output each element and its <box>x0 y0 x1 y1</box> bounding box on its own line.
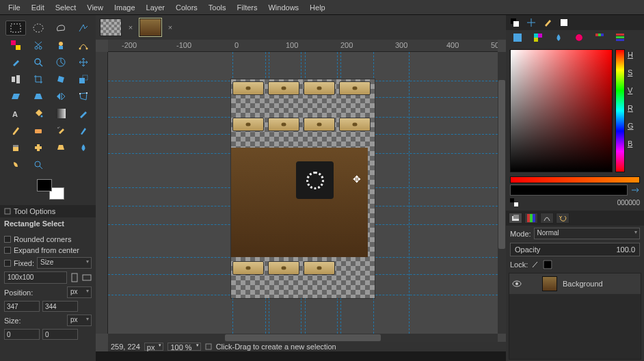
scrollbar-vertical[interactable] <box>498 52 506 334</box>
menu-windows[interactable]: Windows <box>263 1 304 14</box>
menu-layer[interactable]: Layer <box>141 1 171 14</box>
menu-help[interactable]: Help <box>304 1 331 14</box>
tool-rotate[interactable] <box>51 72 71 87</box>
tool-bucket[interactable] <box>28 106 49 121</box>
image-tab-1-close[interactable]: × <box>126 23 135 32</box>
current-color-preview[interactable] <box>510 185 628 196</box>
menu-select[interactable]: Select <box>50 1 82 14</box>
tab-paths-icon[interactable] <box>540 213 554 224</box>
size-unit-select[interactable]: px <box>67 315 92 326</box>
colormode-water-icon[interactable] <box>552 32 565 43</box>
tab-move-icon[interactable] <box>525 17 537 28</box>
channel-h[interactable]: H <box>628 51 634 59</box>
tool-clone[interactable] <box>5 140 26 155</box>
tool-blend[interactable] <box>51 106 71 121</box>
tool-move[interactable] <box>73 55 94 70</box>
tool-measure[interactable] <box>51 55 71 70</box>
tool-cage[interactable] <box>73 89 94 104</box>
ruler-horizontal[interactable]: -200 -100 0 100 200 300 400 500 <box>108 40 498 52</box>
color-swatches[interactable] <box>37 179 64 200</box>
eye-icon[interactable] <box>512 280 522 287</box>
tool-scissors[interactable] <box>28 38 49 53</box>
tool-zoom[interactable] <box>28 55 49 70</box>
canvas-viewport[interactable]: ✥ <box>108 52 498 334</box>
tool-by-color[interactable] <box>5 38 26 53</box>
tab-fgbg-icon[interactable] <box>509 17 521 28</box>
colormode-cmyk-icon[interactable] <box>532 32 544 43</box>
tab-undo-icon[interactable] <box>556 213 569 224</box>
image-tab-2[interactable] <box>139 18 161 36</box>
colormode-scales-icon[interactable] <box>614 32 626 43</box>
channel-b[interactable]: B <box>628 139 634 148</box>
tab-layers-icon[interactable] <box>509 213 522 224</box>
tool-shear[interactable] <box>5 89 26 104</box>
image-tab-1[interactable] <box>100 18 122 36</box>
tool-perspective-clone[interactable] <box>51 140 71 155</box>
color-gradient-field[interactable] <box>510 49 613 172</box>
menu-colors[interactable]: Colors <box>170 1 203 14</box>
tool-pencil[interactable] <box>73 106 94 121</box>
foreground-color[interactable] <box>37 179 52 191</box>
menu-image[interactable]: Image <box>109 1 141 14</box>
tool-foreground-select[interactable] <box>51 38 71 53</box>
tool-flip[interactable] <box>51 89 71 104</box>
ruler-vertical[interactable] <box>96 52 108 334</box>
tool-scale[interactable] <box>73 72 94 87</box>
lock-alpha-icon[interactable] <box>543 260 552 269</box>
goto-swatch-icon[interactable] <box>630 185 640 195</box>
status-zoom-select[interactable]: 100 % <box>167 343 200 351</box>
menu-tools[interactable]: Tools <box>203 1 232 14</box>
tool-align[interactable] <box>5 72 26 87</box>
tab-channels-icon[interactable] <box>524 213 538 224</box>
tool-paintbrush[interactable] <box>5 123 26 138</box>
tool-eraser[interactable] <box>28 123 49 138</box>
tool-rect-select[interactable] <box>5 21 26 36</box>
tool-smudge[interactable] <box>5 157 26 172</box>
tool-perspective[interactable] <box>28 89 49 104</box>
tool-ellipse-select[interactable] <box>28 21 49 36</box>
colormode-picker-icon[interactable] <box>511 32 524 43</box>
tool-text[interactable]: A <box>5 106 26 121</box>
hue-slider[interactable] <box>615 49 625 172</box>
image-tab-2-close[interactable]: × <box>165 23 175 32</box>
tool-color-picker[interactable] <box>5 55 26 70</box>
tool-heal[interactable] <box>28 140 49 155</box>
channel-v[interactable]: V <box>628 86 634 94</box>
menu-edit[interactable]: Edit <box>26 1 50 14</box>
landscape-icon[interactable] <box>82 273 92 282</box>
hex-value[interactable]: 000000 <box>617 199 640 206</box>
expand-center-checkbox[interactable] <box>4 247 11 254</box>
blend-mode-select[interactable]: Normal <box>534 228 640 239</box>
channel-g[interactable]: G <box>628 122 634 130</box>
tool-crop[interactable] <box>28 72 49 87</box>
colormode-palette-icon[interactable] <box>593 32 606 43</box>
size-w-input[interactable]: 0 <box>4 329 40 340</box>
tab-brush-icon[interactable] <box>541 17 554 28</box>
position-x-input[interactable]: 347 <box>4 301 40 312</box>
position-unit-select[interactable]: px <box>67 286 92 298</box>
menu-filters[interactable]: Filters <box>232 1 263 14</box>
tool-paths[interactable] <box>73 38 94 53</box>
fixed-value-input[interactable]: 100x100 <box>4 271 67 284</box>
tab-layer-icon[interactable] <box>558 17 570 28</box>
channel-s[interactable]: S <box>628 68 634 77</box>
rounded-corners-checkbox[interactable] <box>4 236 11 243</box>
tool-airbrush[interactable] <box>51 123 71 138</box>
fixed-mode-select[interactable]: Size <box>37 257 92 269</box>
lock-pixels-icon[interactable] <box>531 260 540 269</box>
layer-name[interactable]: Background <box>563 280 603 288</box>
opacity-value[interactable]: 100.0 <box>616 245 635 254</box>
status-unit-select[interactable]: px <box>144 343 164 351</box>
channel-r[interactable]: R <box>628 104 634 112</box>
scrollbar-horizontal[interactable] <box>108 334 498 342</box>
mini-swatch-icon[interactable] <box>510 198 518 206</box>
fixed-checkbox[interactable] <box>4 260 11 267</box>
tool-free-select[interactable] <box>51 21 71 36</box>
size-h-input[interactable]: 0 <box>42 329 78 340</box>
layer-row[interactable]: Background <box>509 273 641 294</box>
tool-fuzzy-select[interactable] <box>73 21 94 36</box>
menu-view[interactable]: View <box>81 1 109 14</box>
menu-file[interactable]: File <box>3 1 26 14</box>
tool-ink[interactable] <box>73 123 94 138</box>
position-y-input[interactable]: 344 <box>42 301 78 312</box>
